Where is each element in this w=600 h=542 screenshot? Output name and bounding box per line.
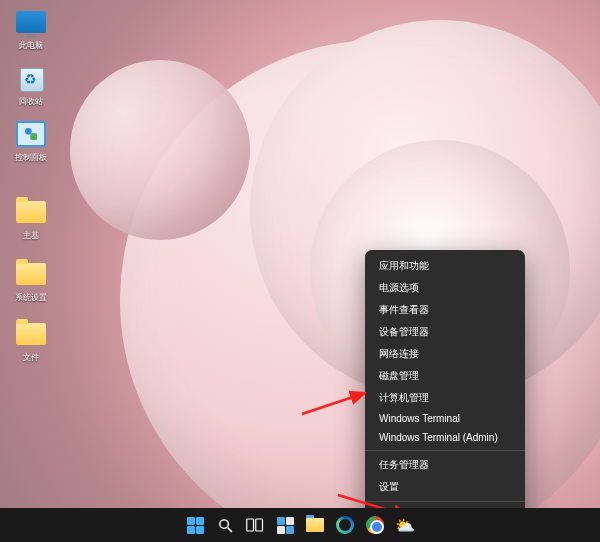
desktop-icon-label: 控制面板 [6,152,56,163]
edge-button[interactable] [334,514,356,536]
context-menu-item[interactable]: Windows Terminal [365,409,525,428]
context-menu-separator [365,450,525,451]
start-icon [187,517,204,534]
edge-icon [336,516,354,534]
search-icon [217,517,234,534]
weather-icon: ⛅ [395,516,415,535]
context-menu-item[interactable]: 任务管理器 [365,454,525,476]
svg-line-5 [227,527,231,531]
desktop-icon-folder-2[interactable]: 系统设置 [6,258,56,303]
chrome-button[interactable] [364,514,386,536]
desktop-icon-label: 文件 [6,352,56,363]
start-button[interactable] [184,514,206,536]
svg-point-4 [219,519,228,528]
search-button[interactable] [214,514,236,536]
desktop-icon-this-pc[interactable]: 此电脑 [6,6,56,51]
context-menu-item[interactable]: 应用和功能 [365,255,525,277]
desktop[interactable]: 此电脑 回收站 控制面板 主基 系统设置 文件 应用和功能电源选项事件查看器设备… [0,0,600,542]
context-menu-separator [365,501,525,502]
desktop-icon-folder-3[interactable]: 文件 [6,318,56,363]
file-explorer-icon [306,518,324,532]
folder-icon [16,263,46,285]
task-view-button[interactable] [244,514,266,536]
context-menu-item[interactable]: 网络连接 [365,343,525,365]
folder-icon [16,201,46,223]
widgets-button[interactable] [274,514,296,536]
weather-button[interactable]: ⛅ [394,514,416,536]
svg-rect-1 [30,133,37,140]
svg-rect-7 [256,519,263,531]
folder-icon [16,323,46,345]
desktop-icon-label: 系统设置 [6,292,56,303]
desktop-icon-control-panel[interactable]: 控制面板 [6,118,56,163]
desktop-icon-folder-1[interactable]: 主基 [6,196,56,241]
task-view-icon [246,518,264,532]
context-menu-item[interactable]: 磁盘管理 [365,365,525,387]
widgets-icon [277,517,294,534]
desktop-icon-recycle-bin[interactable]: 回收站 [6,62,56,107]
context-menu-item[interactable]: 电源选项 [365,277,525,299]
context-menu-item[interactable]: 事件查看器 [365,299,525,321]
control-panel-icon [16,121,46,147]
taskbar: ⛅ [0,508,600,542]
start-context-menu: 应用和功能电源选项事件查看器设备管理器网络连接磁盘管理计算机管理Windows … [365,250,525,542]
desktop-icon-label: 主基 [6,230,56,241]
pc-icon [16,11,46,33]
context-menu-item[interactable]: 设备管理器 [365,321,525,343]
recycle-bin-icon [18,64,44,92]
file-explorer-button[interactable] [304,514,326,536]
context-menu-item[interactable]: 计算机管理 [365,387,525,409]
desktop-icon-label: 此电脑 [6,40,56,51]
context-menu-item[interactable]: Windows Terminal (Admin) [365,428,525,447]
context-menu-item[interactable]: 设置 [365,476,525,498]
svg-rect-6 [247,519,254,531]
svg-point-0 [25,128,32,135]
desktop-icon-label: 回收站 [6,96,56,107]
chrome-icon [366,516,384,534]
